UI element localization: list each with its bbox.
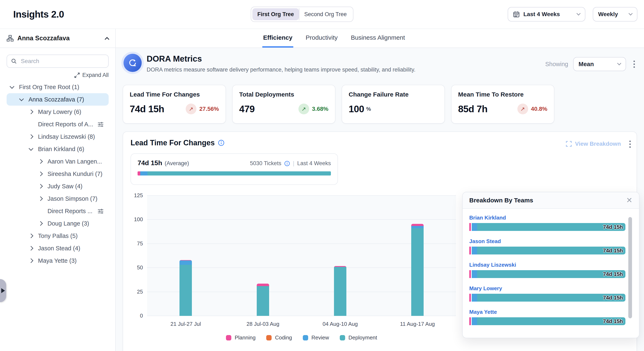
metric-title: Mean Time To Restore [458, 91, 547, 98]
info-icon[interactable] [218, 140, 224, 146]
info-icon[interactable] [284, 161, 290, 166]
bar-segment-planning [257, 284, 269, 286]
tree-item-direct-reports[interactable]: Direct Reports ... [6, 205, 109, 217]
tab-efficiency[interactable]: Efficiency [262, 29, 293, 48]
chevron-right-icon[interactable] [29, 110, 34, 114]
legend-item-coding[interactable]: Coding [266, 334, 292, 341]
team-member-link[interactable]: Lindsay Liszewski [469, 262, 632, 268]
chevron-right-icon[interactable] [29, 258, 34, 263]
chevron-right-icon[interactable] [38, 221, 43, 226]
bar-segment-review [411, 226, 424, 228]
team-value: 74d 15h [603, 224, 623, 230]
tree-item-lindsay-liszewski-8[interactable]: Lindsay Liszewski (8) [6, 130, 109, 143]
sidebar-search [6, 55, 109, 68]
tree-item-tony-pallas-5[interactable]: Tony Pallas (5) [6, 230, 109, 242]
gridline [147, 195, 456, 196]
cycle-arrow-icon [128, 58, 138, 68]
tree-item-maya-yette-3[interactable]: Maya Yette (3) [6, 254, 109, 267]
org-tree-toggle: First Org Tree Second Org Tree [251, 7, 354, 22]
breakdown-rows: Brian Kirkland74d 15hJason Stead74d 15hL… [463, 209, 639, 328]
tree-item-label: Doug Lange (3) [48, 220, 89, 227]
metric-value: 100 [349, 103, 364, 115]
sidebar-header[interactable]: Anna Scozzafava [0, 29, 115, 48]
tree-item-first-org-tree-root-1[interactable]: First Org Tree Root (1) [6, 81, 109, 93]
granularity-select[interactable]: Weekly [593, 7, 638, 22]
legend-swatch [340, 335, 345, 340]
average-summary-box: 74d 15h (Average) 5030 Tickets | Last 4 … [130, 153, 338, 185]
tree-item-judy-saw-4[interactable]: Judy Saw (4) [6, 180, 109, 192]
tree-item-label: Maya Yette (3) [38, 257, 77, 264]
first-org-tree-button[interactable]: First Org Tree [252, 8, 299, 20]
team-value: 74d 15h [603, 271, 623, 277]
team-member-link[interactable]: Maya Yette [469, 309, 632, 315]
tree-item-jason-simpson-7[interactable]: Jason Simpson (7) [6, 192, 109, 205]
tab-productivity[interactable]: Productivity [305, 29, 338, 48]
chevron-right-icon[interactable] [38, 159, 43, 164]
tree-item-anna-scozzafava-7[interactable]: Anna Scozzafava (7) [6, 93, 109, 106]
second-org-tree-button[interactable]: Second Org Tree [299, 8, 352, 20]
aggregation-select[interactable]: Mean [573, 57, 626, 71]
metric-title: Change Failure Rate [349, 91, 438, 98]
chevron-right-icon[interactable] [38, 184, 43, 189]
date-range-select[interactable]: Last 4 Weeks [508, 7, 585, 22]
stacked-bar-28-jul-03-aug[interactable] [257, 284, 269, 316]
sidebar-collapse-handle[interactable] [0, 279, 6, 302]
team-member-link[interactable]: Mary Lowery [469, 285, 632, 292]
lead-time-panel: Lead Time For Changes View Breakdown 74d… [123, 132, 637, 351]
bar-segment-deployment: 74d 15h [477, 294, 626, 302]
stacked-bar-21-jul-27-jul[interactable] [180, 260, 192, 316]
lead-time-menu-button[interactable] [627, 139, 633, 149]
chevron-down-icon[interactable] [29, 146, 34, 151]
view-breakdown-button[interactable]: View Breakdown [566, 141, 621, 147]
tree-item-jason-stead-4[interactable]: Jason Stead (4) [6, 242, 109, 254]
tree-item-mary-lowery-6[interactable]: Mary Lowery (6) [6, 106, 109, 118]
granularity-value: Weekly [598, 11, 618, 18]
tree-item-label: Direct Reports of A... [38, 121, 93, 128]
gridline [147, 219, 456, 220]
metric-unit: % [366, 106, 371, 112]
dora-menu-button[interactable] [631, 59, 638, 70]
chevron-up-icon[interactable] [105, 37, 110, 42]
search-input[interactable] [20, 58, 104, 65]
close-icon[interactable]: ✕ [626, 197, 632, 204]
legend-item-planning[interactable]: Planning [226, 334, 256, 341]
calendar-icon [513, 11, 520, 18]
average-period: Last 4 Weeks [297, 160, 331, 167]
team-stacked-bar: 74d 15h [469, 270, 626, 278]
tree-item-brian-kirkland-6[interactable]: Brian Kirkland (6) [6, 143, 109, 155]
legend-item-deployment[interactable]: Deployment [340, 334, 377, 341]
stacked-bar-04-aug-10-aug[interactable] [334, 266, 346, 316]
breakdown-scrollbar-thumb[interactable] [628, 217, 632, 318]
chevron-down-icon[interactable] [19, 97, 24, 101]
metric-value: 74d 15h [130, 103, 164, 115]
tree-item-doug-lange-3[interactable]: Doug Lange (3) [6, 217, 109, 230]
team-member-link[interactable]: Jason Stead [469, 238, 632, 244]
expand-all-button[interactable]: Expand All [6, 72, 109, 78]
org-tree-sidebar: Anna Scozzafava Expand All First Org Tre… [0, 29, 116, 351]
tab-business-alignment[interactable]: Business Alignment [350, 29, 406, 48]
filter-sliders-icon[interactable] [98, 208, 104, 214]
bar-segment-review [472, 317, 477, 325]
chevron-right-icon[interactable] [38, 172, 43, 176]
stacked-bar-11-aug-17-aug[interactable] [411, 224, 424, 316]
search-icon [11, 58, 17, 64]
chevron-right-icon[interactable] [29, 234, 34, 238]
chevron-down-icon[interactable] [10, 84, 14, 89]
breakdown-row-brian-kirkland: Brian Kirkland74d 15h [469, 210, 632, 234]
tree-item-direct-reports-of-a[interactable]: Direct Reports of A... [6, 118, 109, 130]
legend-item-review[interactable]: Review [303, 334, 329, 341]
metric-delta-badge: ↗27.56% [186, 104, 219, 114]
dora-metrics-icon [124, 54, 142, 72]
team-member-link[interactable]: Brian Kirkland [469, 215, 632, 221]
chevron-right-icon[interactable] [38, 196, 43, 201]
tree-item-sireesha-kunduri-7[interactable]: Sireesha Kunduri (7) [6, 168, 109, 180]
breakdown-by-teams-panel: Breakdown By Teams ✕ Brian Kirkland74d 1… [462, 192, 640, 338]
legend-label: Deployment [348, 334, 377, 341]
y-axis-tick: 25 [127, 288, 143, 295]
tree-item-label: Mary Lowery (6) [38, 109, 82, 115]
chevron-right-icon[interactable] [29, 134, 34, 139]
bar-segment-deployment: 74d 15h [477, 317, 626, 325]
chevron-right-icon[interactable] [29, 246, 34, 251]
filter-sliders-icon[interactable] [98, 121, 104, 127]
tree-item-aaron-van-langen[interactable]: Aaron Van Langen... [6, 155, 109, 168]
